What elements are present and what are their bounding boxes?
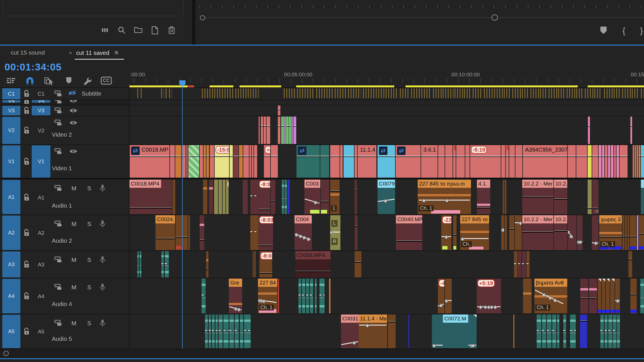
timeline-clip[interactable]: 10.2.2 - Mer — [522, 180, 553, 214]
timeline-clip[interactable] — [506, 145, 509, 178]
subtitle-clip-cluster[interactable] — [141, 89, 143, 98]
track-targeting-icon[interactable] — [54, 284, 63, 291]
timeline-clip[interactable]: βηματα ΑνθCh. 1 — [534, 279, 567, 313]
track-lane-A4[interactable]: Gre227 84Ch. 1-4+5:19βηματα ΑνθCh. 1 — [129, 278, 644, 314]
lock-icon[interactable] — [23, 260, 31, 270]
timeline-clip[interactable] — [577, 215, 583, 250]
subtitle-clip-cluster[interactable] — [549, 89, 557, 98]
keyframe-diamond[interactable] — [445, 198, 449, 203]
zoom-handle[interactable] — [492, 14, 498, 21]
timeline-clip[interactable] — [509, 145, 515, 178]
mic-icon[interactable] — [100, 184, 105, 193]
timeline-clip[interactable] — [518, 251, 521, 277]
subtitle-clip-cluster[interactable] — [530, 89, 539, 98]
timeline-clip[interactable] — [137, 251, 139, 277]
timeline-clip[interactable] — [287, 180, 290, 214]
keyframe-diamond[interactable] — [569, 235, 573, 238]
keyframe-diamond[interactable] — [478, 305, 483, 310]
track-hidden-eye-icon[interactable] — [67, 90, 77, 97]
timeline-clip[interactable] — [589, 279, 597, 313]
lock-icon[interactable] — [23, 292, 31, 301]
timeline-clip[interactable] — [186, 145, 187, 178]
timeline-clip[interactable] — [176, 215, 188, 250]
timeline-clip[interactable] — [606, 279, 610, 313]
linked-selection-icon[interactable] — [44, 77, 54, 87]
source-patch-V3[interactable]: V3 — [2, 106, 20, 115]
timeline-clip[interactable] — [355, 251, 361, 277]
mark-out-icon[interactable]: } — [640, 27, 643, 35]
timeline-clip[interactable] — [278, 105, 280, 115]
track-lane-A1[interactable]: C0018.MP4+-8:0C0031C0079227 845 το πρωι.… — [129, 178, 644, 215]
timeline-clip[interactable] — [282, 180, 284, 214]
keyframe-diamond[interactable] — [298, 234, 303, 239]
keyframe-diamond[interactable] — [295, 233, 298, 237]
subtitle-clip-cluster[interactable] — [297, 89, 314, 98]
timeline-clip[interactable] — [240, 314, 243, 348]
mute-button[interactable]: M — [71, 257, 77, 263]
timeline-clip[interactable] — [570, 314, 576, 348]
panel-menu-icon[interactable]: ≡ — [114, 49, 118, 56]
timeline-clip[interactable] — [501, 145, 505, 178]
timeline-clip[interactable] — [289, 117, 291, 144]
keyframe-diamond[interactable] — [439, 303, 443, 308]
timeline-clip[interactable] — [580, 314, 587, 348]
snap-magnet-icon[interactable] — [25, 77, 35, 87]
timeline-clip[interactable] — [254, 145, 257, 178]
subtitle-clip-cluster[interactable] — [363, 89, 374, 98]
timeline-clip[interactable] — [206, 251, 208, 277]
subtitle-clip-cluster[interactable] — [604, 89, 613, 98]
timeline-clip[interactable]: ◁ — [592, 180, 598, 214]
timeline-clip[interactable] — [281, 117, 284, 144]
timeline-clip[interactable] — [557, 314, 559, 348]
timeline-clip[interactable] — [306, 279, 309, 313]
timeline-clip[interactable] — [625, 215, 627, 250]
timeline-clip[interactable]: 10.2.2 - Mer — [522, 215, 553, 250]
timeline-clip[interactable] — [219, 314, 223, 348]
mute-button[interactable]: M — [71, 221, 77, 227]
timeline-clip[interactable] — [239, 145, 243, 178]
timeline-clip[interactable]: C0024. — [155, 215, 175, 250]
timeline-clip[interactable]: 10.2. — [554, 180, 567, 214]
keyframe-diamond[interactable] — [445, 299, 449, 303]
timeline-clip[interactable] — [209, 180, 213, 214]
timeline-clip[interactable] — [537, 314, 541, 348]
timeline-clip[interactable] — [189, 145, 199, 178]
timeline-clip[interactable] — [514, 251, 517, 277]
timeline-clip[interactable]: C0018.MP⇄ — [130, 145, 169, 178]
timeline-clip[interactable] — [209, 314, 211, 348]
subtitle-clip-cluster[interactable] — [166, 89, 168, 98]
mic-icon[interactable] — [100, 256, 105, 265]
timeline-clip[interactable] — [617, 314, 620, 348]
subtitle-clip-cluster[interactable] — [576, 89, 584, 98]
timeline-clip[interactable] — [613, 314, 616, 348]
timeline-clip[interactable] — [639, 215, 644, 250]
timeline-clip[interactable] — [170, 145, 175, 178]
timeline-clip[interactable] — [438, 145, 445, 178]
timeline-clip[interactable] — [250, 215, 258, 250]
timeline-clip[interactable]: C0079 — [378, 180, 395, 214]
timeline-clip[interactable] — [254, 251, 256, 277]
keyframe-diamond[interactable] — [615, 299, 620, 303]
timeline-clip[interactable]: 10.2. — [554, 215, 567, 250]
timeline-clip[interactable]: +/ — [264, 145, 270, 178]
timeline-clip[interactable] — [505, 215, 507, 250]
timeline-clip[interactable] — [210, 145, 214, 178]
timeline-clip[interactable] — [187, 145, 188, 178]
keyframe-diamond[interactable] — [330, 230, 333, 235]
subtitle-clip-cluster[interactable] — [641, 89, 644, 98]
timeline-clip[interactable] — [445, 279, 452, 313]
subtitle-clip-cluster[interactable] — [284, 89, 297, 98]
mark-in-icon[interactable]: { — [622, 27, 625, 35]
source-patch-V4[interactable]: V4 — [2, 100, 20, 103]
solo-button[interactable]: S — [86, 257, 92, 263]
track-targeting-icon[interactable] — [54, 90, 63, 98]
timeline-clip[interactable] — [641, 180, 644, 214]
timeline-clip[interactable] — [635, 145, 636, 178]
timeline-clip[interactable] — [465, 145, 470, 178]
timeline-clip[interactable] — [453, 215, 457, 250]
subtitle-clip-cluster[interactable] — [594, 89, 602, 98]
timeline-clip[interactable] — [219, 180, 222, 214]
timeline-clip[interactable]: -15:0 — [215, 145, 229, 178]
keyframe-diamond[interactable] — [352, 341, 357, 345]
subtitle-clip-cluster[interactable] — [614, 89, 621, 98]
